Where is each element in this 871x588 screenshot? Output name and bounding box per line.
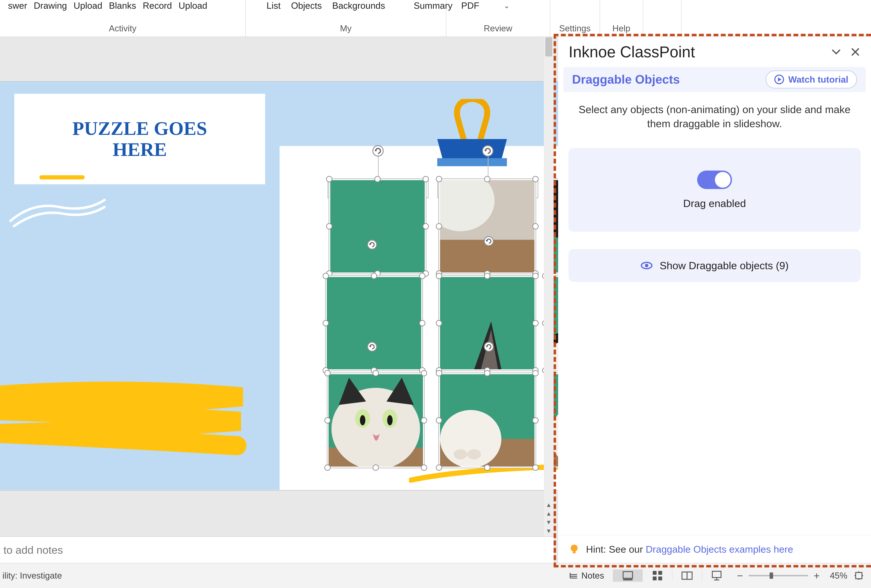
lightbulb-icon xyxy=(569,543,580,555)
puzzle-tile[interactable] xyxy=(326,276,422,370)
puzzle-tile[interactable] xyxy=(439,276,536,370)
watch-tutorial-label: Watch tutorial xyxy=(788,74,849,85)
svg-rect-40 xyxy=(623,579,633,581)
group-review: Review xyxy=(484,21,512,37)
svg-point-29 xyxy=(467,449,481,459)
ribbon-cmd-pdf[interactable]: PDF xyxy=(461,0,479,11)
svg-point-37 xyxy=(571,545,578,552)
scroll-down-icon[interactable]: ▾ xyxy=(546,518,552,524)
puzzle-tile[interactable] xyxy=(439,179,536,274)
binder-clip-icon xyxy=(430,99,514,169)
play-icon xyxy=(774,75,784,84)
yellow-brush xyxy=(0,381,251,456)
chevron-down-icon[interactable] xyxy=(831,47,841,57)
rotate-icon[interactable] xyxy=(483,341,494,352)
ribbon-cmd-blanks[interactable]: Blanks xyxy=(109,0,136,11)
slide-title-card[interactable]: PUZZLE GOESHERE xyxy=(14,94,265,184)
panel-title: Inknoe ClassPoint xyxy=(569,43,822,61)
svg-point-23 xyxy=(360,415,365,425)
ribbon-cmd-upload1[interactable]: Upload xyxy=(74,0,102,11)
close-icon[interactable] xyxy=(850,47,861,57)
svg-point-24 xyxy=(387,415,393,425)
svg-rect-44 xyxy=(658,576,662,581)
ribbon-cmd-swer[interactable]: swer xyxy=(8,0,27,11)
ribbon-cmd-drawing[interactable]: Drawing xyxy=(34,0,67,11)
fit-to-window-button[interactable] xyxy=(852,570,866,581)
svg-rect-42 xyxy=(658,571,662,575)
svg-point-10 xyxy=(484,236,493,245)
ribbon-cmd-list[interactable]: List xyxy=(266,0,281,11)
show-draggable-button[interactable]: Show Draggable objects (9) xyxy=(569,249,861,282)
svg-rect-39 xyxy=(623,572,633,578)
reading-view-button[interactable] xyxy=(672,570,702,582)
svg-point-6 xyxy=(368,240,377,249)
puzzle-tile[interactable] xyxy=(439,373,536,468)
ribbon-cmd-objects[interactable]: Objects xyxy=(291,0,322,11)
drag-toggle-card: Drag enabled xyxy=(569,148,861,232)
ribbon-cmd-record[interactable]: Record xyxy=(143,0,172,11)
zoom-thumb[interactable] xyxy=(769,573,773,579)
svg-point-36 xyxy=(645,264,648,267)
show-draggable-label: Show Draggable objects (9) xyxy=(660,260,789,272)
chevron-down-icon[interactable]: ⌄ xyxy=(504,1,510,10)
zoom-track[interactable] xyxy=(749,575,808,576)
scrollbar-thumb[interactable] xyxy=(545,37,552,57)
slideshow-button[interactable] xyxy=(702,570,731,582)
zoom-value[interactable]: 45% xyxy=(825,571,852,581)
zoom-out-button[interactable]: − xyxy=(736,570,744,582)
ribbon-cmd-summary[interactable]: Summary xyxy=(414,0,452,11)
ribbon-cmd-upload2[interactable]: Upload xyxy=(178,0,207,11)
title-underline xyxy=(39,175,85,180)
notes-icon xyxy=(569,571,578,580)
rotate-icon[interactable] xyxy=(483,236,494,246)
rotate-icon[interactable] xyxy=(367,341,377,352)
hint-prefix: Hint: See our xyxy=(586,544,646,555)
zoom-slider[interactable]: − + xyxy=(731,570,825,582)
chalk-scribble xyxy=(7,195,108,230)
ribbon-cmd-backgrounds[interactable]: Backgrounds xyxy=(332,0,385,11)
ribbon: swer Drawing Upload Blanks Record Upload… xyxy=(0,0,871,37)
vertical-scrollbar[interactable]: ▴ ▴ ▾ ▾ xyxy=(544,37,554,536)
title-line2: HERE xyxy=(112,139,167,160)
puzzle-tile[interactable] xyxy=(328,373,424,468)
drag-toggle-label: Drag enabled xyxy=(683,197,746,209)
panel-hint: Hint: See our Draggable Objects examples… xyxy=(558,535,871,563)
svg-rect-47 xyxy=(712,571,721,578)
svg-point-28 xyxy=(453,449,467,459)
group-help[interactable]: Help xyxy=(612,21,630,37)
watch-tutorial-button[interactable]: Watch tutorial xyxy=(766,70,857,88)
notes-toggle-button[interactable]: Notes xyxy=(560,571,613,581)
svg-point-15 xyxy=(484,342,493,351)
normal-view-button[interactable] xyxy=(613,570,642,582)
notes-placeholder: to add notes xyxy=(3,544,63,556)
status-accessibility[interactable]: ility: Investigate xyxy=(0,571,62,581)
status-bar: ility: Investigate Notes − + 45% xyxy=(0,563,871,588)
puzzle-tile[interactable] xyxy=(329,179,426,274)
svg-rect-41 xyxy=(653,571,657,575)
svg-rect-38 xyxy=(573,551,576,553)
rotate-icon[interactable] xyxy=(367,239,377,250)
svg-rect-50 xyxy=(856,573,862,579)
group-settings[interactable]: Settings xyxy=(559,21,591,37)
svg-point-13 xyxy=(368,342,377,351)
notes-pane[interactable]: to add notes xyxy=(0,536,554,563)
group-activity: Activity xyxy=(109,21,136,37)
eye-icon xyxy=(641,259,653,272)
scroll-down-double-icon[interactable]: ▾ xyxy=(546,527,552,533)
drag-enabled-toggle[interactable] xyxy=(697,171,732,189)
panel-subtitle: Draggable Objects xyxy=(572,72,766,87)
notes-label: Notes xyxy=(581,571,604,581)
scroll-up-icon[interactable]: ▴ xyxy=(546,509,552,516)
svg-rect-43 xyxy=(653,576,657,581)
panel-description: Select any objects (non-animating) on yo… xyxy=(569,102,861,131)
title-line1: PUZZLE GOES xyxy=(72,118,207,139)
slide-canvas[interactable]: PUZZLE GOESHERE xyxy=(0,37,554,536)
group-my: My xyxy=(340,21,352,37)
sorter-view-button[interactable] xyxy=(642,570,672,582)
svg-rect-0 xyxy=(437,158,507,166)
classpoint-panel: Inknoe ClassPoint Draggable Objects Watc… xyxy=(558,37,871,563)
scroll-up-double-icon[interactable]: ▴ xyxy=(546,501,552,507)
zoom-in-button[interactable]: + xyxy=(813,570,820,582)
hint-link[interactable]: Draggable Objects examples here xyxy=(646,544,793,555)
